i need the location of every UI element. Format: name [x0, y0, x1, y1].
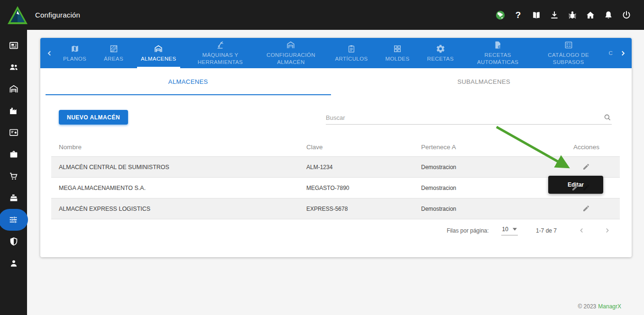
tab-catalogo-subpasos[interactable]: CATÁLOGO DE SUBPASOS: [537, 38, 600, 68]
sidebar-item-security[interactable]: [0, 231, 27, 252]
app-logo: [0, 5, 35, 26]
bug-icon[interactable]: [567, 9, 578, 20]
brand-link[interactable]: ManagrX: [598, 303, 621, 310]
robot-arm-icon: [215, 40, 225, 50]
col-header-pertenece: Pertenece A: [414, 144, 551, 151]
help-icon[interactable]: ?: [513, 9, 524, 20]
search-icon[interactable]: [603, 113, 612, 122]
warehouses-table: Nombre Clave Pertenece A Acciones ALMACÉ…: [51, 137, 620, 219]
sidebar-item-factory[interactable]: [0, 100, 27, 122]
tab-recetas[interactable]: RECETAS: [422, 38, 458, 68]
edit-button[interactable]: [582, 205, 590, 213]
gear-icon: [436, 44, 445, 54]
sidebar-item-cart[interactable]: [0, 165, 27, 187]
catalog-icon: [564, 40, 573, 50]
caret-down-icon: [513, 228, 517, 231]
grid-icon: [393, 44, 402, 54]
table-row[interactable]: MEGA ALMACENAMIENTO S.A. MEGASTO-7890 De…: [51, 178, 620, 198]
tabs-scroll-left-button[interactable]: [40, 38, 58, 68]
sidebar-item-certificate[interactable]: [0, 122, 27, 144]
pencil-icon: [582, 205, 590, 212]
notifications-bell-icon[interactable]: [603, 9, 614, 20]
certificate-icon: [9, 127, 19, 138]
cell-clave: EXPRESS-5678: [299, 206, 414, 212]
globe-icon[interactable]: [495, 9, 506, 20]
edit-button[interactable]: [582, 163, 590, 171]
manual-book-icon[interactable]: [531, 9, 542, 20]
map-icon: [70, 44, 80, 54]
content-card: PLANOS ÁREAS ALMACENES MÁQUINAS Y HERRAM…: [40, 38, 632, 257]
tab-almacenes[interactable]: ALMACENES: [136, 38, 181, 68]
sidebar-item-news[interactable]: [0, 35, 27, 56]
table-row[interactable]: ALMACÉN EXPRESS LOGISTICS EXPRESS-5678 D…: [51, 198, 620, 219]
cell-clave: ALM-1234: [299, 164, 414, 171]
warehouse-config-icon: [286, 40, 295, 50]
col-header-acciones: Acciones: [551, 144, 620, 151]
chevron-left-icon: [46, 49, 54, 57]
pencil-icon: [582, 163, 590, 171]
search-input[interactable]: [326, 114, 603, 121]
tab-planos[interactable]: PLANOS: [58, 38, 91, 68]
table-header: Nombre Clave Pertenece A Acciones: [51, 137, 620, 157]
power-icon[interactable]: [621, 9, 632, 20]
next-page-button[interactable]: [603, 226, 612, 235]
users-icon: [9, 62, 19, 72]
tab-articulos[interactable]: ARTÍCULOS: [330, 38, 372, 68]
subtabs: ALMACENES SUBALMACENES: [40, 68, 632, 95]
topbar: Configuración ?: [0, 0, 644, 30]
col-header-nombre: Nombre: [51, 144, 299, 151]
rows-per-page-label: Filas por página:: [447, 227, 489, 234]
topbar-actions: ?: [495, 9, 644, 20]
chevron-left-icon: [578, 226, 586, 234]
cart-icon: [9, 171, 19, 181]
subtab-subalmacenes[interactable]: SUBALMACENES: [336, 68, 632, 95]
warehouse-icon: [154, 44, 163, 54]
sidebar-item-profile[interactable]: [0, 252, 27, 274]
new-warehouse-button[interactable]: NUEVO ALMACÉN: [59, 110, 128, 125]
briefcase-icon: [9, 149, 19, 160]
factory-icon: [9, 106, 19, 116]
doc-gear-icon: [493, 40, 503, 50]
rows-per-page-select[interactable]: 10: [501, 226, 518, 235]
tab-recetas-automaticas[interactable]: RECETAS AUTOMÁTICAS: [467, 38, 529, 68]
module-tabbar: PLANOS ÁREAS ALMACENES MÁQUINAS Y HERRAM…: [40, 38, 632, 68]
sidebar-item-briefcase[interactable]: [0, 144, 27, 165]
cell-nombre: ALMACÉN CENTRAL DE SUMINISTROS: [51, 164, 299, 171]
tab-configuracion-almacen[interactable]: CONFIGURACIÓN ALMACÉN: [259, 38, 322, 68]
person-icon: [9, 258, 19, 269]
pagination-range: 1-7 de 7: [536, 227, 557, 234]
tab-overflow-partial[interactable]: C: [608, 38, 614, 68]
chevron-right-icon: [619, 49, 627, 57]
chevron-right-icon: [603, 226, 611, 234]
sidebar-item-users[interactable]: [0, 56, 27, 78]
sidebar-item-register[interactable]: [0, 187, 27, 209]
subtab-almacenes[interactable]: ALMACENES: [40, 68, 336, 95]
col-header-clave: Clave: [299, 144, 414, 151]
page-title: Configuración: [35, 11, 80, 19]
download-icon[interactable]: [549, 9, 560, 20]
warehouse-icon: [9, 84, 19, 94]
copyright-text: © 2023: [578, 303, 596, 310]
cell-nombre: MEGA ALMACENAMIENTO S.A.: [51, 185, 299, 191]
sidebar-item-configuration[interactable]: [0, 209, 28, 231]
app-window: Configuración ?: [0, 0, 644, 315]
module-tabs: PLANOS ÁREAS ALMACENES MÁQUINAS Y HERRAM…: [58, 38, 614, 68]
cell-pertenece: Demostracion: [414, 185, 551, 191]
tabs-scroll-right-button[interactable]: [614, 38, 632, 68]
pagination: Filas por página: 10 1-7 de 7: [40, 226, 632, 235]
tab-maquinas-herramientas[interactable]: MÁQUINAS Y HERRAMIENTAS: [189, 38, 251, 68]
home-icon[interactable]: [585, 9, 596, 20]
shield-icon: [9, 236, 19, 247]
footer: © 2023ManagrX: [578, 303, 621, 310]
cell-clave: MEGASTO-7890: [299, 185, 414, 191]
previous-page-button[interactable]: [578, 226, 586, 235]
cash-register-icon: [9, 193, 19, 203]
sidebar: [0, 30, 27, 315]
cell-nombre: ALMACÉN EXPRESS LOGISTICS: [51, 206, 299, 212]
sidebar-item-warehouse[interactable]: [0, 78, 27, 100]
table-row[interactable]: ALMACÉN CENTRAL DE SUMINISTROS ALM-1234 …: [51, 157, 620, 178]
tab-areas[interactable]: ÁREAS: [99, 38, 128, 68]
news-icon: [9, 40, 19, 51]
tab-moldes[interactable]: MOLDES: [381, 38, 414, 68]
toolbar: NUEVO ALMACÉN: [40, 106, 632, 125]
